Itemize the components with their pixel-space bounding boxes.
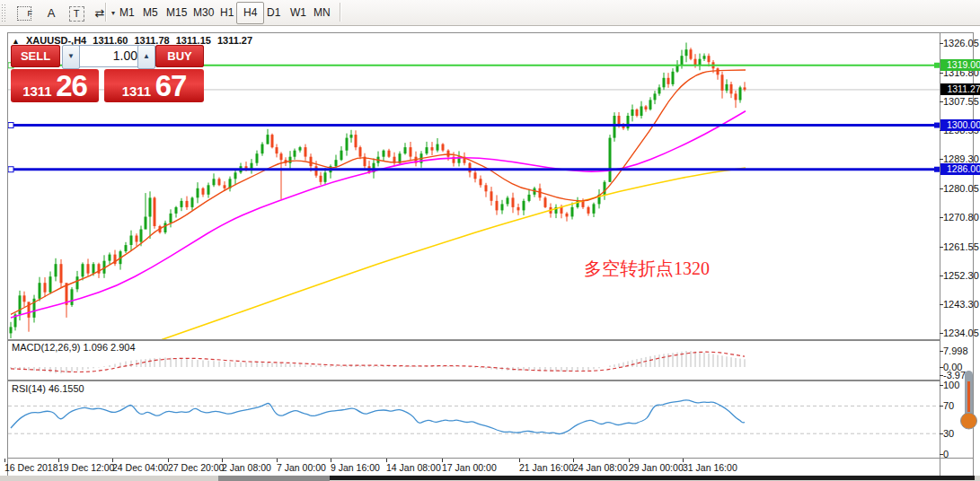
candle-body [60,264,63,283]
fibonacci-tool-icon[interactable]: F [13,2,36,24]
candle-body [480,179,482,185]
price-badge-1300.00: 1300.00 [940,119,980,131]
candle-body [305,147,307,157]
candle-body [631,109,634,116]
candle-body [739,87,742,100]
candle-body [335,160,338,166]
candle-body [383,151,385,157]
time-tick-label: 16 Dec 2018 [4,462,58,473]
candle-body [690,49,693,58]
candle-body [340,151,343,161]
bottom-scrollbar-range[interactable] [330,476,975,480]
candle-body [571,207,574,217]
candle-body [496,201,499,211]
candle-body [708,56,711,62]
sell-button[interactable]: SELL [11,45,60,67]
candle-body [170,214,172,223]
candle-body [730,84,733,94]
time-tick-label: 24 Dec 04:00 [112,462,168,473]
toolbar: FAT⇄▾ M1M5M15M30H1H4D1W1MN [0,0,980,26]
timeframe-MN[interactable]: MN [306,2,338,24]
candle-body [299,147,302,151]
price-tick-label: 1280.05 [943,183,979,194]
candle-body [218,179,221,185]
candle-body [181,201,183,207]
candle-body [164,223,167,233]
candle-body [501,204,504,210]
bottom-scrollbar-thumb[interactable] [218,476,330,481]
candle-body [213,179,216,185]
price-tick-label: 1270.80 [943,212,979,223]
candle-body [431,147,434,151]
candle-body [703,56,706,58]
candle-body [186,201,189,207]
ask-big-figure: 1311 [122,83,152,99]
candle-body [474,172,477,179]
candle-body [310,157,313,167]
candle-body [544,197,547,207]
candle-body [667,78,670,84]
candle-body [130,236,133,246]
candle-body [726,84,728,91]
ask-price-box[interactable]: 1311 67 [104,69,204,102]
candle-body [261,144,264,154]
panel-separator-macd[interactable] [7,339,940,341]
time-tick-label: 2 Jan 08:00 [222,462,271,473]
level-left-marker[interactable] [8,167,13,172]
candle-body [410,147,412,157]
price-badge-1319.00: 1319.00 [940,59,980,71]
toolbar-separator [105,3,107,22]
candle-body [136,236,138,242]
volume-input[interactable]: 1.00 [79,45,143,67]
candle-body [587,207,590,214]
volume-decrease-button[interactable]: ▼ [62,45,80,69]
time-axis-border [7,458,974,459]
time-tick-label: 7 Jan 00:00 [277,462,326,473]
candle-body [654,93,657,100]
candle-body [39,283,41,299]
candle-body [593,204,596,214]
time-tick-label: 31 Jan 16:00 [683,462,737,473]
candle-body [197,188,199,198]
text-label-tool-icon[interactable]: A [40,2,63,24]
candle-body [267,135,269,144]
text-tool-icon[interactable]: T [65,2,88,24]
candle-body [447,151,450,157]
candle-body [359,147,362,157]
candle-body [224,185,226,188]
buy-button[interactable]: BUY [155,45,204,67]
toolbar-separator [340,3,341,22]
candle-body [76,276,79,289]
candle-body [289,157,292,163]
candle-body [10,327,13,333]
candle-body [694,59,697,66]
time-tick-label: 19 Dec 12:00 [58,462,114,473]
panel-separator-rsi[interactable] [7,380,940,381]
candle-body [685,49,688,56]
candle-body [469,163,472,173]
price-tick-label: 1326.05 [943,38,979,48]
candle-body [82,264,84,276]
candle-body [426,147,428,153]
rsi-scale-label: 70 [943,400,954,411]
candle-body [315,166,318,176]
candle-body [49,276,52,293]
price-axis-border [940,32,940,477]
chart-annotation-text: 多空转折点1320 [584,257,710,281]
candle-body [154,197,156,226]
toolbar-grip[interactable] [1,4,6,22]
ma-mid-line [11,111,746,318]
bid-big-figure: 1311 [22,83,52,99]
rsi-label: RSI(14) 46.1550 [12,383,84,394]
rsi-scale-label: 100 [943,380,959,390]
candle-body [355,135,358,147]
candle-body [280,153,283,160]
level-left-marker[interactable] [8,123,13,128]
candle-body [663,78,666,88]
volume-increase-button[interactable]: ▲ [137,45,155,69]
candle-body [19,295,22,314]
bid-price-box[interactable]: 1311 26 [11,69,99,102]
time-tick-label: 9 Jan 16:00 [331,462,380,473]
rsi-scale-label: 0 [943,449,949,459]
price-badge-1311.27: 1311.27 [940,83,980,95]
